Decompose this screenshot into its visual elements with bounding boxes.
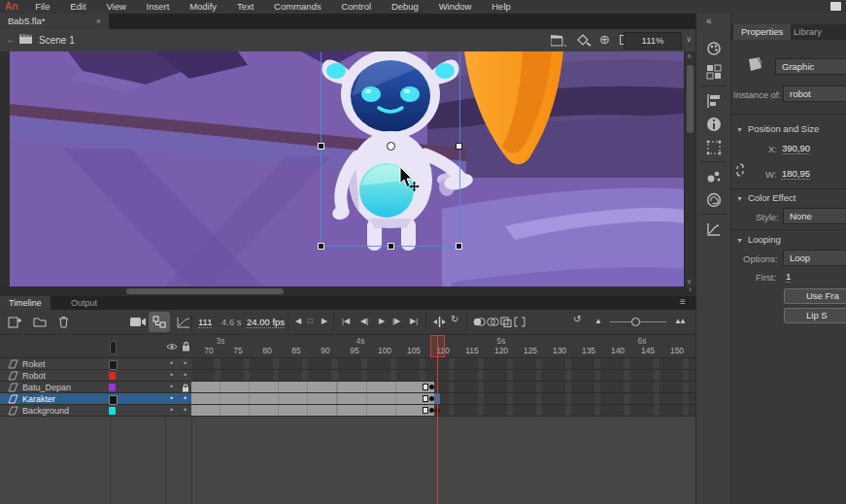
cc-libraries-panel-icon[interactable]: [706, 192, 722, 208]
transform-panel-icon[interactable]: [706, 140, 722, 155]
menu-insert[interactable]: Insert: [138, 0, 179, 12]
layer-visibility-dot[interactable]: •: [170, 393, 173, 403]
frames-row-batu-depan[interactable]: [191, 382, 695, 393]
keyframe-dot[interactable]: [429, 385, 434, 389]
frame-span[interactable]: [191, 393, 434, 404]
layer-depth-graph-icon[interactable]: [177, 317, 190, 328]
previous-frame-icon[interactable]: ◀|: [360, 317, 368, 325]
layer-visibility-dot[interactable]: •: [170, 358, 173, 368]
layer-name[interactable]: Robot: [22, 371, 46, 381]
keyframe-dot[interactable]: [429, 408, 434, 413]
layer-lock-dot[interactable]: •: [184, 370, 186, 380]
layer-name[interactable]: Background: [22, 406, 69, 416]
menu-commands[interactable]: Commands: [265, 0, 330, 12]
go-to-last-frame-icon[interactable]: ▶|: [410, 317, 418, 325]
step-forward-icon[interactable]: ▶: [321, 317, 327, 325]
selection-handle-mid-right[interactable]: [456, 143, 462, 150]
layer-color-swatch[interactable]: [109, 372, 116, 380]
layer-color-swatch[interactable]: [109, 407, 116, 415]
layer-row-robot[interactable]: Robot • •: [0, 370, 191, 382]
layer-name[interactable]: Roket: [22, 359, 46, 369]
frames-row-roket[interactable]: [191, 358, 695, 370]
frames-row-karakter[interactable]: [191, 393, 695, 405]
section-collapse-icon[interactable]: ▼: [736, 195, 743, 202]
center-playhead-icon[interactable]: [433, 317, 446, 327]
stage-zoom-select[interactable]: 111%: [624, 32, 682, 50]
timeline-zoom-out-icon[interactable]: ▲: [594, 317, 602, 325]
loop-range-icon[interactable]: □: [308, 317, 313, 325]
loop-options-dropdown[interactable]: Loop: [783, 250, 846, 266]
menu-view[interactable]: View: [97, 0, 134, 12]
layer-visibility-dot[interactable]: •: [170, 382, 173, 391]
timeline-zoom-slider-handle[interactable]: [631, 318, 640, 326]
next-frame-icon[interactable]: |▶: [392, 317, 400, 325]
layer-name[interactable]: Batu_Depan: [22, 383, 71, 392]
edit-multiple-frames-icon[interactable]: [500, 317, 512, 327]
transformation-point[interactable]: [387, 142, 395, 151]
symbol-type-dropdown[interactable]: Graphic: [775, 58, 846, 75]
menu-window[interactable]: Window: [430, 0, 481, 12]
layer-visibility-dot[interactable]: •: [170, 405, 173, 415]
frames-row-background[interactable]: [191, 405, 695, 417]
edit-scene-icon[interactable]: [551, 35, 566, 47]
tab-timeline[interactable]: Timeline: [0, 296, 51, 310]
style-dropdown[interactable]: None: [783, 208, 846, 224]
onion-skin-outlines-icon[interactable]: [487, 318, 499, 326]
camera-icon[interactable]: [130, 317, 146, 327]
menu-file[interactable]: File: [26, 0, 58, 12]
timeline-zoom-in-icon[interactable]: ▲▲: [674, 317, 684, 325]
zoom-chevron-down-icon[interactable]: ∨: [686, 35, 692, 44]
frame-span[interactable]: [191, 382, 434, 392]
span-end-frame[interactable]: [423, 395, 428, 402]
tab-library[interactable]: Library: [786, 24, 829, 40]
horizontal-scroll-thumb[interactable]: [126, 288, 284, 294]
info-panel-icon[interactable]: [706, 117, 722, 132]
play-icon[interactable]: ▶: [379, 317, 385, 325]
selection-handle-bottom-left[interactable]: [318, 243, 324, 250]
timeline-panel-menu-icon[interactable]: ≡: [680, 296, 686, 307]
span-end-frame[interactable]: [423, 384, 428, 390]
swatches-panel-icon[interactable]: [706, 64, 722, 80]
layer-lock-dot[interactable]: •: [184, 393, 186, 403]
scroll-right-icon[interactable]: ›: [689, 285, 692, 294]
link-width-height-icon[interactable]: [734, 163, 746, 177]
section-collapse-icon[interactable]: ▼: [736, 237, 743, 244]
section-collapse-icon[interactable]: ▼: [736, 126, 743, 133]
section-position-size[interactable]: ▼Position and Size: [736, 123, 819, 134]
vertical-scroll-thumb[interactable]: [687, 65, 694, 133]
new-folder-icon[interactable]: [33, 317, 47, 327]
back-arrow-icon[interactable]: ←: [6, 33, 17, 45]
new-layer-icon[interactable]: [8, 316, 21, 328]
close-icon[interactable]: ×: [96, 14, 101, 29]
brush-library-panel-icon[interactable]: [706, 169, 722, 185]
use-frame-picker-button[interactable]: Use Fra: [784, 288, 846, 304]
selection-handle-mid-left[interactable]: [318, 143, 324, 150]
layer-row-background[interactable]: Background • •: [0, 405, 191, 417]
span-end-frame[interactable]: [423, 407, 428, 414]
layer-color-swatch[interactable]: [109, 395, 118, 405]
menu-help[interactable]: Help: [483, 0, 520, 12]
menu-debug[interactable]: Debug: [383, 0, 427, 12]
w-value[interactable]: 180,95: [782, 168, 810, 180]
eye-icon[interactable]: [166, 343, 178, 351]
layer-row-batu-depan[interactable]: Batu_Depan •: [0, 382, 191, 393]
onion-skin-icon[interactable]: [473, 318, 486, 326]
collapse-panels-icon[interactable]: «: [706, 16, 711, 26]
selection-handle-bottom-right[interactable]: [456, 243, 462, 250]
go-to-first-frame-icon[interactable]: |◀: [342, 317, 350, 325]
menu-control[interactable]: Control: [332, 0, 380, 12]
layer-color-swatch[interactable]: [109, 384, 116, 391]
delete-layer-icon[interactable]: [58, 316, 69, 328]
section-looping[interactable]: ▼Looping: [736, 234, 781, 245]
layer-color-swatch[interactable]: [109, 360, 118, 370]
layer-locked-icon[interactable]: [182, 384, 189, 392]
edit-symbols-icon[interactable]: [577, 34, 592, 47]
first-frame-value[interactable]: 1: [786, 271, 791, 283]
step-back-icon[interactable]: ◀: [295, 317, 301, 325]
instance-name-field[interactable]: robot: [783, 85, 846, 102]
document-tab[interactable]: Bab5.fla* ×: [0, 14, 109, 29]
layer-visibility-dot[interactable]: •: [170, 370, 173, 380]
scroll-up-icon[interactable]: ∧: [687, 52, 692, 60]
stage-horizontal-scrollbar[interactable]: ›: [0, 286, 695, 296]
layer-row-karakter[interactable]: Karakter • •: [0, 393, 191, 405]
